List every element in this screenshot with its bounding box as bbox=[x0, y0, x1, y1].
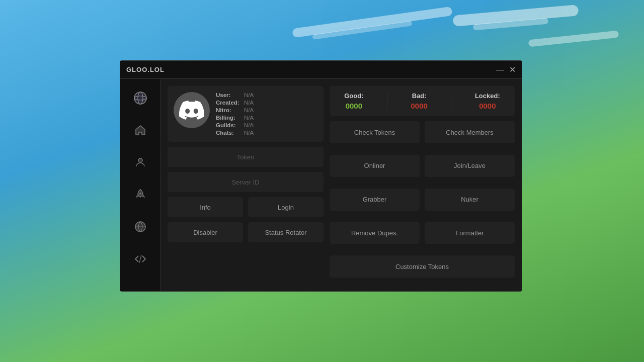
stat-locked: Locked: 0000 bbox=[475, 92, 500, 110]
main-content: User: N/A Created: N/A Nitro: N/A Bill bbox=[160, 79, 522, 291]
stats-row: Good: 0000 Bad: 0000 Locked: 0000 bbox=[330, 86, 515, 116]
stat-good: Good: 0000 bbox=[344, 92, 363, 110]
good-value: 0000 bbox=[346, 102, 362, 110]
profile-user-row: User: N/A bbox=[216, 92, 254, 98]
billing-label: Billing: bbox=[216, 115, 242, 121]
info-button[interactable]: Info bbox=[168, 197, 243, 217]
profile-chats-row: Chats: N/A bbox=[216, 130, 254, 136]
guilds-label: Guilds: bbox=[216, 122, 242, 128]
login-button[interactable]: Login bbox=[248, 197, 324, 217]
good-label: Good: bbox=[344, 92, 363, 100]
window-body: User: N/A Created: N/A Nitro: N/A Bill bbox=[120, 79, 522, 291]
profile-nitro-row: Nitro: N/A bbox=[216, 107, 254, 113]
titlebar: GLOO.LOL — ✕ bbox=[120, 61, 522, 79]
nitro-value: N/A bbox=[244, 107, 254, 113]
user-label: User: bbox=[216, 92, 242, 98]
sidebar-item-user[interactable] bbox=[129, 151, 151, 173]
sidebar bbox=[120, 79, 160, 291]
sidebar-item-rocket[interactable] bbox=[129, 184, 151, 206]
customize-tokens-button[interactable]: Customize Tokens bbox=[330, 255, 515, 278]
bad-label: Bad: bbox=[412, 92, 427, 100]
chats-label: Chats: bbox=[216, 130, 242, 136]
billing-value: N/A bbox=[244, 115, 254, 121]
created-value: N/A bbox=[244, 100, 254, 106]
actions-grid: Check Tokens Check Members Onliner Join/… bbox=[330, 121, 515, 284]
grabber-button[interactable]: Grabber bbox=[330, 189, 420, 211]
bad-value: 0000 bbox=[411, 102, 428, 110]
onliner-button[interactable]: Onliner bbox=[330, 155, 420, 177]
formatter-button[interactable]: Formatter bbox=[425, 222, 515, 244]
avatar bbox=[174, 92, 210, 128]
svg-point-4 bbox=[139, 193, 141, 195]
stat-divider-2 bbox=[451, 91, 451, 111]
profile-card: User: N/A Created: N/A Nitro: N/A Bill bbox=[168, 86, 324, 142]
user-value: N/A bbox=[244, 92, 254, 98]
locked-value: 0000 bbox=[479, 102, 496, 110]
svg-line-6 bbox=[139, 255, 141, 263]
remove-dupes-button[interactable]: Remove Dupes. bbox=[330, 222, 420, 244]
window-controls: — ✕ bbox=[496, 66, 516, 74]
chats-value: N/A bbox=[244, 130, 254, 136]
join-leave-button[interactable]: Join/Leave bbox=[425, 155, 515, 177]
stat-bad: Bad: 0000 bbox=[411, 92, 428, 110]
token-input[interactable] bbox=[168, 147, 324, 167]
disabler-row: Disabler Status Rotator bbox=[168, 222, 324, 242]
status-rotator-button[interactable]: Status Rotator bbox=[248, 222, 324, 242]
sidebar-item-planet[interactable] bbox=[129, 87, 151, 109]
app-title: GLOO.LOL bbox=[126, 66, 165, 73]
app-window: GLOO.LOL — ✕ bbox=[120, 60, 522, 292]
check-members-button[interactable]: Check Members bbox=[425, 121, 515, 143]
locked-label: Locked: bbox=[475, 92, 500, 100]
left-panel: User: N/A Created: N/A Nitro: N/A Bill bbox=[168, 86, 324, 284]
sidebar-item-globe[interactable] bbox=[129, 216, 151, 238]
sidebar-item-code[interactable] bbox=[129, 248, 151, 270]
stat-divider-1 bbox=[387, 91, 387, 111]
info-login-row: Info Login bbox=[168, 197, 324, 217]
profile-created-row: Created: N/A bbox=[216, 100, 254, 106]
svg-point-0 bbox=[134, 92, 146, 104]
server-id-input[interactable] bbox=[168, 172, 324, 192]
created-label: Created: bbox=[216, 100, 242, 106]
right-panel: Good: 0000 Bad: 0000 Locked: 0000 bbox=[330, 86, 515, 284]
profile-guilds-row: Guilds: N/A bbox=[216, 122, 254, 128]
minimize-button[interactable]: — bbox=[496, 66, 504, 74]
disabler-button[interactable]: Disabler bbox=[168, 222, 243, 242]
profile-info: User: N/A Created: N/A Nitro: N/A Bill bbox=[216, 92, 254, 136]
nuker-button[interactable]: Nuker bbox=[425, 189, 515, 211]
nitro-label: Nitro: bbox=[216, 107, 242, 113]
sidebar-item-home[interactable] bbox=[129, 119, 151, 141]
close-button[interactable]: ✕ bbox=[509, 66, 516, 74]
guilds-value: N/A bbox=[244, 122, 254, 128]
check-tokens-button[interactable]: Check Tokens bbox=[330, 121, 420, 143]
profile-billing-row: Billing: N/A bbox=[216, 115, 254, 121]
svg-point-3 bbox=[138, 158, 142, 162]
